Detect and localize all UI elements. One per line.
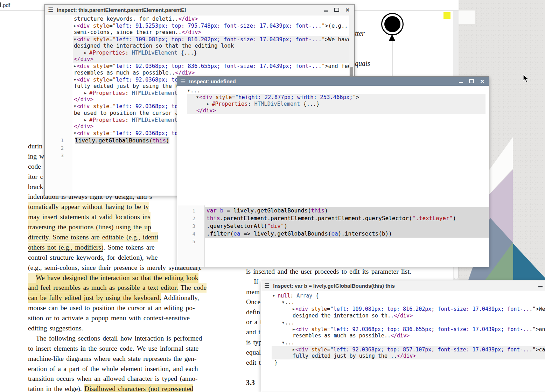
maximize-icon[interactable] <box>334 8 339 12</box>
text-token: resembles as much as possible.. <box>74 70 175 76</box>
text-segment: itor c <box>28 173 43 180</box>
minimize-icon[interactable] <box>538 286 543 287</box>
tree-line[interactable]: designed the interaction so that the edi… <box>73 43 349 49</box>
section-number: 3.3 <box>246 379 255 387</box>
tree-line[interactable]: semi-colons, since their presen..</div> <box>73 29 349 36</box>
text-line: to insert elements in the source code. W… <box>28 344 229 354</box>
text-token: {...} <box>177 50 197 56</box>
syntax-token: left: 92.0368px; top <box>116 130 181 136</box>
tree-line[interactable]: ▶<div style="left: 92.0368px; top: 836.6… <box>272 326 545 332</box>
syntax-token: style <box>212 94 232 100</box>
line-number: 1 <box>177 207 204 215</box>
text-token: =" <box>109 103 116 110</box>
text-token: designed the interaction so that the edi… <box>74 43 234 49</box>
line-number: 3 <box>45 152 73 160</box>
window3-titlebar[interactable]: ☰ Inspect: var b = lively.getGlobalBound… <box>261 280 545 291</box>
window1-titlebar[interactable]: ☰ Inspect: this.parentElement.parentElem… <box>45 5 354 15</box>
tree-line[interactable]: ▼<div style="height: 22.877px; width: 25… <box>187 94 485 100</box>
syntax-token: <div <box>295 346 308 353</box>
close-icon[interactable]: ✕ <box>480 79 484 84</box>
text-token: "> <box>322 36 328 43</box>
syntax-token: </div> <box>175 70 195 76</box>
syntax-token: ea <box>233 230 240 237</box>
text-token: fully edited just by using the .. <box>293 353 397 359</box>
text-token: =" <box>109 23 116 29</box>
tree-line[interactable]: </div> <box>73 56 349 63</box>
syntax-token: style <box>90 63 109 69</box>
tree-line[interactable]: ▼<div style="left: 109.081px; top: 816.2… <box>73 36 349 43</box>
window1-title: Inspect: this.parentElement.parentElemen… <box>57 7 186 13</box>
tree-line[interactable]: } <box>272 359 545 366</box>
text-token: =" <box>109 77 116 83</box>
text-segment: equal <box>246 349 261 356</box>
dom-tree: ▼...▼<div style="height: 22.877px; width… <box>187 87 485 114</box>
syntax-token: <div <box>77 63 90 69</box>
code-editor[interactable]: 1var b = lively.getGlobalBounds(this)2th… <box>177 207 489 245</box>
tree-line[interactable]: </div> <box>187 107 485 114</box>
syntax-token: b <box>220 207 224 214</box>
tree-line[interactable]: ▼ null: Array { <box>272 292 545 299</box>
tree-line[interactable]: ▶<div style="left: 91.5253px; top: 795.7… <box>73 22 349 29</box>
maximize-icon[interactable] <box>469 79 474 83</box>
highlighted-text: tomatically appear without having to be … <box>28 202 149 212</box>
syntax-token: ▶ <box>74 24 77 28</box>
dom-tree: ▼ null: Array {▼...▶<div style="left: 10… <box>272 292 545 366</box>
highlighted-text: can be fully edited just by using the ke… <box>28 293 161 303</box>
text-segment: sition or to activate a popup menu with … <box>28 314 190 322</box>
minimize-icon[interactable] <box>459 82 463 83</box>
text-line: machine-like diagrams where each state r… <box>28 354 229 364</box>
tree-line[interactable]: resembles as much as possible..</div> <box>272 332 545 339</box>
syntax-token: ▶ <box>74 64 77 68</box>
menu-icon[interactable]: ☰ <box>264 283 270 289</box>
window2-titlebar[interactable]: ☰ Inspect: undefined ✕ <box>177 77 489 86</box>
code-line[interactable]: 5 <box>177 238 489 245</box>
line-number: 2 <box>177 215 204 222</box>
tree-line[interactable]: resembles as much as possible..</div> <box>73 70 349 76</box>
text-token: : <box>125 117 132 123</box>
text-segment: and t <box>246 328 260 336</box>
inspector-window-3[interactable]: ☰ Inspect: var b = lively.getGlobalBound… <box>261 280 545 392</box>
code-line[interactable]: 1var b = lively.getGlobalBounds(this) <box>177 207 489 215</box>
menu-icon[interactable]: ☰ <box>48 7 53 13</box>
minimize-icon[interactable] <box>324 10 328 12</box>
text-segment: mem <box>246 288 260 295</box>
tree-line[interactable]: ▶<div style="left: 92.0368px; top: 836.6… <box>73 63 349 69</box>
tree-line[interactable]: ▶<div style="left: 92.0368px; top: 857.1… <box>272 346 545 353</box>
text-token: ">We <box>532 306 545 312</box>
syntax-token: ▼ <box>282 321 285 324</box>
text-token: We have <box>328 36 349 43</box>
text-token: lively.getGlobalBounds( <box>75 137 153 144</box>
diagram-label-equals: quals <box>355 59 370 68</box>
tree-line[interactable]: ▶ #Properties: HTMLDivElement {...} <box>187 100 485 107</box>
code-line[interactable]: 2this.parentElement.parentElement.parent… <box>177 215 489 222</box>
inspector-window-2[interactable]: ☰ Inspect: undefined ✕ ▼...▼<div style="… <box>177 76 489 267</box>
syntax-token: ▼ <box>188 89 190 92</box>
syntax-token: left: 91.5253px; top: 795.748px; font-si… <box>116 23 322 29</box>
code-line[interactable]: 4 .filter(ea => lively.getGlobalBounds(e… <box>177 230 489 238</box>
tree-line[interactable]: designed the interaction so th..</div> <box>272 313 545 319</box>
syntax-token: #Properties <box>89 117 125 123</box>
syntax-token: HTMLDivElement <box>132 50 177 56</box>
text-token: : <box>290 293 296 299</box>
syntax-token: left: 92.0368px; top <box>116 77 181 83</box>
tree-line[interactable]: ▼... <box>272 319 545 326</box>
text-line: eration of a a part of the whole element… <box>28 364 229 374</box>
syntax-token: ▼ <box>196 95 199 99</box>
syntax-token: left: 92.0368px; top <box>116 103 181 110</box>
tree-line[interactable]: structure keywords, for deleti..</div> <box>73 16 349 22</box>
menu-icon[interactable]: ☰ <box>180 78 186 84</box>
tree-line[interactable]: ▼... <box>272 339 545 346</box>
close-icon[interactable]: ✕ <box>345 7 350 13</box>
tree-line[interactable]: ▼... <box>272 299 545 306</box>
text-token: =" <box>109 36 116 43</box>
syntax-token: <div <box>295 306 308 312</box>
tree-line[interactable]: ▶<div style="left: 109.081px; top: 816.2… <box>272 306 545 312</box>
tree-line[interactable]: ▼... <box>187 87 485 94</box>
tree-line[interactable]: ▶ #Properties: HTMLDivElement {...} <box>73 49 349 56</box>
syntax-token: ▼ <box>282 341 285 344</box>
code-line[interactable]: 3 .querySelectorAll("div") <box>177 222 489 230</box>
tree-line[interactable]: fully edited just by using the ..</div> <box>272 353 545 359</box>
syntax-token: style <box>90 103 109 110</box>
syntax-token: null <box>278 293 290 299</box>
bpmn-end-event-fill <box>384 16 400 32</box>
